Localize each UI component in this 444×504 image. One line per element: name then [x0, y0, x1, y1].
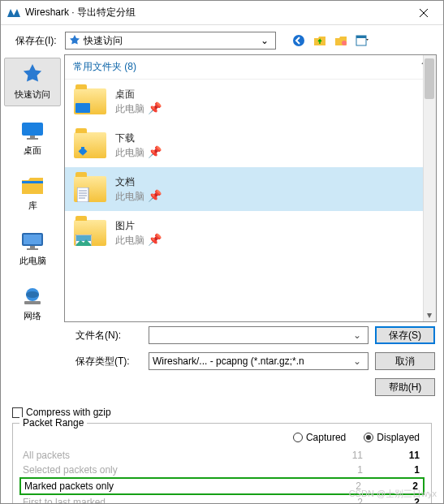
save-in-value: 快速访问: [84, 34, 123, 48]
list-header[interactable]: 常用文件夹 (8) ⌃: [65, 55, 436, 80]
chevron-down-icon: ⌄: [257, 35, 272, 46]
svg-rect-14: [75, 103, 90, 113]
item-sub: 此电脑: [115, 103, 144, 114]
watermark: CSDN @士别三日wyx: [349, 488, 437, 500]
save-button[interactable]: 保存(S): [375, 326, 435, 344]
folder-documents-icon: [74, 176, 106, 202]
quick-access-star-icon: [69, 35, 80, 46]
svg-rect-3: [356, 36, 366, 38]
place-label: 桌面: [24, 144, 41, 157]
back-icon[interactable]: [292, 34, 305, 47]
compress-label: Compress with gzip: [26, 407, 111, 418]
window-title: Wireshark · 导出特定分组: [25, 6, 407, 19]
list-item[interactable]: 文档此电脑📌: [65, 167, 436, 211]
svg-rect-17: [76, 235, 91, 241]
place-thispc[interactable]: 此电脑: [4, 225, 61, 272]
checkbox-icon: [12, 407, 23, 418]
svg-rect-15: [77, 187, 88, 202]
item-name: 桌面: [115, 88, 162, 101]
displayed-radio[interactable]: Displayed: [364, 432, 420, 443]
place-label: 快速访问: [15, 88, 50, 101]
new-folder-icon[interactable]: [334, 34, 347, 47]
selected-packets-radio[interactable]: Selected packets only: [19, 464, 190, 476]
first-to-last-radio[interactable]: First to last marked: [19, 497, 190, 504]
file-list: 常用文件夹 (8) ⌃ 桌面此电脑📌 下载此电脑📌 文档此电脑📌 图片此电脑📌: [64, 54, 437, 322]
scrollbar[interactable]: ▴ ▾: [423, 55, 436, 321]
desktop-icon: [20, 121, 45, 140]
list-item[interactable]: 图片此电脑📌: [65, 211, 436, 255]
svg-rect-7: [22, 181, 43, 183]
close-button[interactable]: [407, 2, 440, 24]
captured-radio[interactable]: Captured: [293, 432, 346, 443]
help-button[interactable]: 帮助(H): [375, 378, 435, 396]
radio-icon: [364, 433, 373, 442]
radio-icon: [293, 433, 303, 442]
group-legend: Packet Range: [19, 417, 87, 429]
item-name: 下载: [115, 131, 162, 145]
place-network[interactable]: 网络: [4, 280, 61, 327]
wireshark-icon: [7, 6, 20, 19]
filename-row: 文件名(N): ⌄ 保存(S): [1, 322, 443, 348]
filename-input[interactable]: ⌄: [149, 326, 369, 344]
marked-packets-radio[interactable]: Marked packets only: [21, 480, 192, 492]
item-sub: 此电脑: [115, 235, 144, 246]
titlebar: Wireshark · 导出特定分组: [1, 1, 443, 25]
close-icon: [419, 8, 429, 18]
view-menu-icon[interactable]: [356, 34, 369, 47]
up-level-icon[interactable]: [313, 34, 326, 47]
pin-icon: 📌: [148, 233, 162, 246]
svg-rect-13: [24, 301, 41, 304]
svg-rect-11: [27, 248, 38, 250]
item-name: 图片: [115, 219, 162, 233]
pin-icon: 📌: [148, 145, 162, 158]
folder-pictures-icon: [74, 220, 106, 246]
svg-point-0: [293, 35, 304, 46]
svg-rect-10: [30, 246, 35, 248]
filetype-label: 保存类型(T):: [75, 355, 142, 368]
libraries-icon: [20, 175, 45, 196]
list-header-text: 常用文件夹 (8): [73, 60, 136, 74]
svg-rect-9: [24, 235, 41, 244]
chevron-down-icon: ⌄: [350, 355, 364, 367]
filetype-row: 保存类型(T): Wireshark/... - pcapng (*.ntar.…: [1, 348, 443, 374]
network-icon: [21, 286, 44, 306]
pin-icon: 📌: [148, 101, 162, 114]
save-in-row: 保存在(I): 快速访问 ⌄: [1, 25, 443, 54]
svg-rect-6: [27, 138, 38, 140]
scroll-thumb[interactable]: [425, 58, 434, 99]
place-label: 库: [28, 200, 37, 212]
thispc-icon: [20, 231, 45, 251]
scroll-down-icon[interactable]: ▾: [423, 308, 436, 321]
item-sub: 此电脑: [115, 191, 144, 202]
item-name: 文档: [115, 175, 162, 189]
svg-point-1: [342, 41, 347, 45]
compress-checkbox[interactable]: Compress with gzip: [12, 407, 432, 418]
place-label: 网络: [24, 310, 41, 322]
filename-label: 文件名(N):: [75, 329, 142, 342]
main-area: 快速访问 桌面 库 此电脑 网络 常用文件夹 (8) ⌃ 桌面此电脑📌: [1, 54, 443, 322]
folder-desktop-icon: [74, 88, 106, 114]
folder-downloads-icon: [74, 132, 106, 158]
place-quick-access[interactable]: 快速访问: [4, 58, 61, 106]
quick-access-star-icon: [22, 64, 43, 85]
chevron-down-icon: ⌄: [350, 330, 364, 341]
filetype-combo[interactable]: Wireshark/... - pcapng (*.ntar.gz;*.n⌄: [149, 352, 369, 370]
svg-rect-5: [30, 136, 35, 138]
save-in-label: 保存在(I):: [15, 34, 57, 48]
nav-toolbar: [292, 34, 369, 47]
row-selected: Selected packets only 11: [19, 463, 425, 477]
list-item[interactable]: 桌面此电脑📌: [65, 80, 436, 123]
cancel-button[interactable]: 取消: [375, 352, 435, 370]
all-packets-radio[interactable]: All packets: [19, 450, 190, 461]
place-libraries[interactable]: 库: [4, 170, 61, 217]
places-bar: 快速访问 桌面 库 此电脑 网络: [1, 54, 64, 322]
save-in-combo[interactable]: 快速访问 ⌄: [65, 32, 276, 50]
row-all: All packets 1111: [19, 448, 425, 463]
item-sub: 此电脑: [115, 147, 144, 158]
svg-rect-4: [22, 123, 43, 136]
place-desktop[interactable]: 桌面: [4, 114, 61, 162]
pin-icon: 📌: [148, 189, 162, 202]
list-item[interactable]: 下载此电脑📌: [65, 123, 436, 167]
place-label: 此电脑: [19, 255, 46, 267]
